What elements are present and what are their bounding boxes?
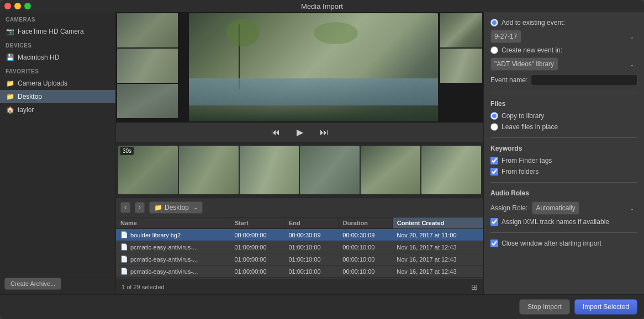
divider	[490, 232, 637, 233]
play-button[interactable]: ▶	[293, 126, 307, 139]
thumb-frame	[421, 146, 481, 194]
status-text: 1 of 29 selected	[122, 284, 165, 290]
sidebar-item-macintosh[interactable]: 💾 Macintosh HD	[0, 51, 115, 64]
file-browser-bar: ‹ › 📁 Desktop ⌄	[116, 198, 483, 217]
cell-end: 01:00:10:00	[284, 265, 338, 278]
leave-files-radio[interactable]	[490, 123, 498, 131]
sidebar-item-label: taylor	[18, 106, 34, 114]
table-row[interactable]: 📄 pcmatic-easy-antivirus-... 01:00:00:00…	[116, 241, 483, 253]
prev-button[interactable]: ⏮	[269, 126, 282, 139]
library-wrapper: "ADT Videos" library ⌄	[490, 57, 637, 71]
transport-controls: ⏮ ▶ ⏭	[116, 123, 483, 142]
library-select[interactable]: "ADT Videos" library	[490, 57, 558, 71]
assign-role-row: Assign Role: Automatically ⌄	[490, 201, 637, 215]
import-selected-button[interactable]: Import Selected	[574, 299, 637, 315]
finder-tags-checkbox[interactable]	[490, 157, 498, 164]
library-dropdown-row: "ADT Videos" library ⌄	[490, 57, 637, 71]
sidebar: CAMERAS 📷 FaceTime HD Camera DEVICES 💾 M…	[0, 12, 116, 294]
existing-event-dropdown-row: 9-27-17 ⌄	[490, 30, 637, 43]
close-window-checkbox[interactable]	[490, 240, 498, 247]
ixml-label: Assign iXML track names if available	[502, 218, 609, 226]
close-window-label: Close window after starting import	[502, 240, 601, 247]
divider	[490, 182, 637, 183]
ixml-checkbox[interactable]	[490, 218, 498, 226]
forward-button[interactable]: ›	[135, 202, 145, 213]
right-panel: Add to existing event: 9-27-17 ⌄ Create …	[484, 12, 644, 294]
event-name-input[interactable]	[531, 74, 637, 86]
create-new-radio[interactable]	[490, 46, 498, 54]
close-button[interactable]	[4, 3, 11, 9]
leave-files-label: Leave files in place	[502, 123, 558, 131]
add-existing-radio[interactable]	[490, 19, 498, 26]
create-new-event-row: Create new event in:	[490, 46, 637, 54]
copy-to-library-label: Copy to library	[502, 112, 544, 120]
sidebar-item-desktop[interactable]: 📁 Desktop	[0, 90, 115, 103]
cell-start: 00:00:00:00	[230, 229, 284, 241]
divider	[490, 93, 637, 93]
copy-to-library-row: Copy to library	[490, 112, 637, 120]
keywords-section: Keywords From Finder tags From folders	[490, 145, 637, 176]
camera-icon: 📷	[6, 27, 14, 36]
stop-import-button[interactable]: Stop Import	[519, 299, 570, 315]
sidebar-item-label: Desktop	[18, 93, 42, 100]
col-start[interactable]: Start	[230, 217, 284, 229]
create-archive-button[interactable]: Create Archive...	[4, 278, 61, 290]
col-duration[interactable]: Duration	[338, 217, 392, 229]
chevron-down-icon: ⌄	[630, 61, 634, 67]
event-name-row: Event name:	[490, 74, 637, 86]
location-selector[interactable]: 📁 Desktop ⌄	[149, 201, 203, 214]
table-row[interactable]: 📄 pcmatic-easy-antivirus-... 01:00:00:00…	[116, 253, 483, 265]
file-table: Name Start End Duration Content Created …	[116, 217, 483, 279]
window-title: Media Import	[301, 2, 343, 10]
cell-duration: 00:00:30:09	[338, 229, 392, 241]
sidebar-item-taylor[interactable]: 🏠 taylor	[0, 103, 115, 116]
grid-view-icon[interactable]: ⊞	[471, 283, 478, 291]
preview-frame	[117, 13, 178, 47]
preview-frame	[440, 13, 482, 47]
cell-end: 01:00:10:00	[284, 253, 338, 265]
chevron-down-icon: ⌄	[630, 205, 634, 211]
copy-to-library-radio[interactable]	[490, 112, 498, 120]
preview-frame	[117, 49, 178, 83]
cell-duration: 00:00:10:00	[338, 253, 392, 265]
sidebar-item-camera-uploads[interactable]: 📁 Camera Uploads	[0, 77, 115, 90]
existing-event-select[interactable]: 9-27-17	[490, 30, 521, 43]
leave-files-row: Leave files in place	[490, 123, 637, 131]
bottom-buttons: Stop Import Import Selected	[0, 294, 644, 319]
table-row[interactable]: 📄 boulder library bg2 00:00:00:00 00:00:…	[116, 229, 483, 241]
table-row[interactable]: 📄 pcmatic-easy-antivirus-... 01:00:00:00…	[116, 265, 483, 278]
col-end[interactable]: End	[284, 217, 338, 229]
cell-end: 00:00:30:09	[284, 229, 338, 241]
preview-frame	[440, 49, 482, 83]
maximize-button[interactable]	[24, 3, 31, 9]
back-button[interactable]: ‹	[120, 202, 130, 213]
thumb-frame	[240, 146, 299, 194]
status-bar: 1 of 29 selected ⊞	[116, 279, 483, 294]
preview-area	[116, 12, 483, 123]
duration-label: 30s	[120, 147, 134, 155]
minimize-button[interactable]	[14, 3, 21, 9]
finder-tags-row: From Finder tags	[490, 157, 637, 164]
chevron-down-icon: ⌄	[193, 204, 198, 210]
keywords-label: Keywords	[490, 145, 637, 152]
thumb-frame	[300, 146, 360, 194]
cell-end: 01:00:10:00	[284, 241, 338, 253]
devices-header: DEVICES	[0, 38, 115, 51]
close-window-row: Close window after starting import	[490, 240, 637, 247]
next-button[interactable]: ⏭	[318, 126, 331, 139]
thumb-frames	[116, 143, 483, 196]
existing-event-wrapper: 9-27-17 ⌄	[490, 30, 637, 43]
from-folders-checkbox[interactable]	[490, 168, 498, 176]
cell-name: 📄 pcmatic-easy-antivirus-...	[116, 241, 230, 253]
media-import-window: Media Import CAMERAS 📷 FaceTime HD Camer…	[0, 0, 644, 319]
location-label: Desktop	[165, 204, 189, 211]
col-content-created[interactable]: Content Created	[392, 217, 483, 229]
sidebar-bottom: Create Archive...	[0, 273, 115, 294]
assign-role-select[interactable]: Automatically	[532, 201, 579, 215]
cell-name: 📄 boulder library bg2	[116, 229, 230, 241]
cell-content-created: Nov 20, 2017 at 11:00	[392, 229, 483, 241]
drive-icon: 💾	[6, 53, 14, 62]
col-name[interactable]: Name	[116, 217, 230, 229]
sidebar-item-facetime[interactable]: 📷 FaceTime HD Camera	[0, 25, 115, 38]
assign-role-label: Assign Role:	[490, 204, 527, 212]
